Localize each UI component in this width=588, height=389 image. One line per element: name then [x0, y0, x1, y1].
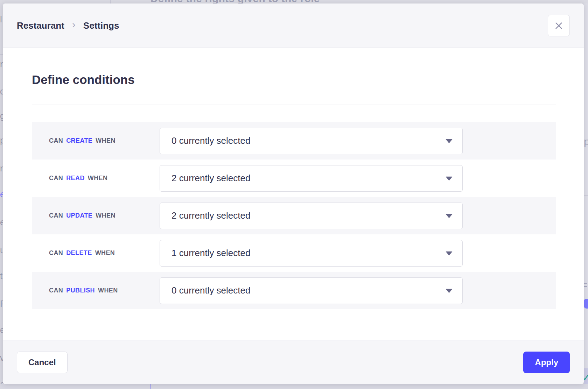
chevron-down-icon	[446, 139, 453, 143]
chevron-down-icon	[446, 251, 453, 255]
action-name: READ	[66, 175, 85, 182]
action-name: UPDATE	[66, 212, 92, 219]
close-icon	[554, 21, 564, 30]
background-bottom-strip	[0, 384, 588, 389]
background-column-divider	[110, 384, 110, 389]
background-letter-fragment: p	[0, 135, 3, 146]
background-divider-fragment	[584, 195, 588, 196]
background-letter-fragment: P	[0, 298, 3, 309]
apply-button[interactable]: Apply	[523, 352, 570, 373]
background-letter-fragment: ai	[0, 379, 3, 384]
condition-row-create: CAN CREATE WHEN 0 currently selected	[32, 122, 556, 160]
background-letter-fragment: —	[0, 49, 3, 60]
background-letter-fragment: u	[0, 245, 3, 256]
can-update-when-select[interactable]: 2 currently selected	[160, 203, 463, 229]
background-heading-fragment: Define the rights given to the role	[150, 0, 320, 3]
background-letter-fragment: p	[584, 136, 588, 148]
can-publish-when-select[interactable]: 0 currently selected	[160, 277, 463, 304]
can-create-when-select[interactable]: 0 currently selected	[160, 128, 463, 154]
cancel-button[interactable]: Cancel	[17, 352, 68, 373]
modal-body: Define conditions CAN CREATE WHEN 0 curr…	[3, 48, 584, 340]
background-letter-fragment: e	[0, 325, 3, 335]
background-letter-fragment: ti	[0, 271, 3, 282]
condition-label: CAN PUBLISH WHEN	[49, 287, 160, 294]
background-letter-fragment: d	[0, 86, 3, 97]
menu-lines-icon	[584, 283, 587, 289]
page-title: Define conditions	[32, 72, 556, 87]
chevron-down-icon	[446, 214, 453, 218]
action-name: DELETE	[66, 249, 92, 257]
conditions-list: CAN CREATE WHEN 0 currently selected CAN…	[32, 122, 556, 309]
background-focused-cell-border	[150, 384, 151, 389]
background-letter-fragment: l	[0, 14, 2, 25]
action-name: CREATE	[66, 137, 92, 144]
condition-row-publish: CAN PUBLISH WHEN 0 currently selected	[32, 272, 556, 309]
breadcrumb: Restaurant › Settings	[17, 20, 119, 31]
action-name: PUBLISH	[66, 287, 95, 294]
background-button-fragment	[584, 299, 588, 309]
chevron-down-icon	[446, 176, 453, 181]
settings-conditions-modal: Restaurant › Settings Define conditions …	[3, 3, 584, 384]
can-delete-when-select[interactable]: 1 currently selected	[160, 240, 463, 267]
background-letter-fragment: r	[0, 163, 3, 174]
breadcrumb-root: Restaurant	[17, 20, 64, 31]
background-letter-fragment: v	[0, 353, 3, 363]
modal-footer: Cancel Apply	[3, 340, 584, 384]
chevron-down-icon	[446, 289, 453, 293]
modal-header: Restaurant › Settings	[3, 3, 584, 48]
background-right-fragments: p ✓	[584, 3, 588, 384]
background-top-strip: Define the rights given to the role	[0, 0, 588, 3]
background-column-divider	[110, 0, 111, 3]
can-read-when-select[interactable]: 2 currently selected	[160, 165, 463, 192]
condition-row-update: CAN UPDATE WHEN 2 currently selected	[32, 197, 556, 234]
background-letter-fragment: e	[0, 189, 3, 200]
condition-row-delete: CAN DELETE WHEN 1 currently selected	[32, 234, 556, 272]
checkmark-icon: ✓	[584, 372, 588, 384]
close-button[interactable]	[548, 15, 570, 36]
title-divider	[32, 105, 556, 105]
condition-label: CAN CREATE WHEN	[49, 137, 160, 144]
condition-label: CAN READ WHEN	[49, 175, 160, 182]
background-left-fragments: l—rdgpreerutiPevai	[0, 3, 3, 384]
breadcrumb-separator-icon: ›	[72, 19, 76, 30]
background-letter-fragment: er	[0, 217, 3, 228]
condition-label: CAN DELETE WHEN	[49, 249, 160, 257]
condition-label: CAN UPDATE WHEN	[49, 212, 160, 219]
background-letter-fragment: g	[0, 111, 3, 121]
breadcrumb-current: Settings	[83, 20, 119, 31]
background-letter-fragment: r	[0, 59, 3, 70]
condition-row-read: CAN READ WHEN 2 currently selected	[32, 160, 556, 197]
